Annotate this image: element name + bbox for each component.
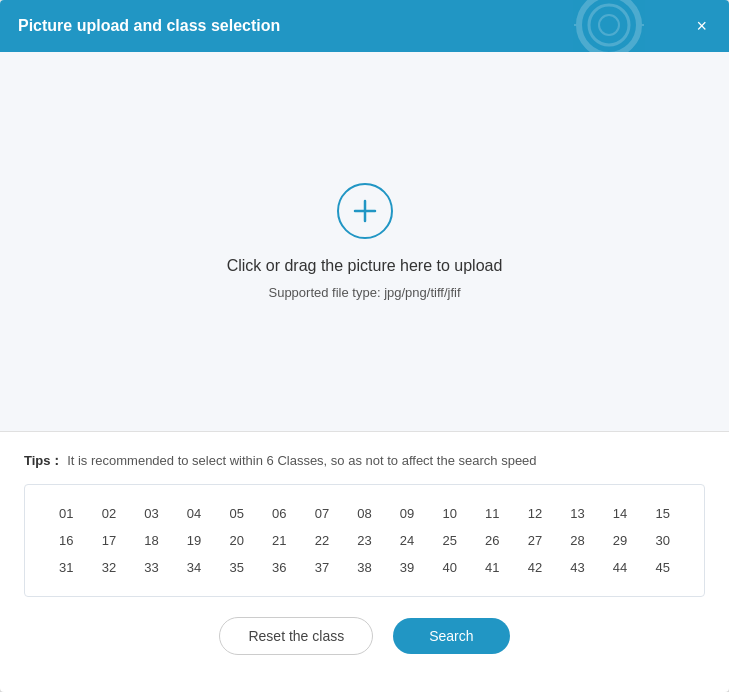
class-item[interactable]: 29: [599, 530, 642, 551]
class-item[interactable]: 42: [514, 557, 557, 578]
class-item[interactable]: 11: [471, 503, 514, 524]
class-item[interactable]: 18: [130, 530, 173, 551]
upload-area[interactable]: Click or drag the picture here to upload…: [0, 52, 729, 432]
svg-point-2: [599, 15, 619, 35]
class-item[interactable]: 28: [556, 530, 599, 551]
class-item[interactable]: 24: [386, 530, 429, 551]
class-item[interactable]: 21: [258, 530, 301, 551]
class-item[interactable]: 20: [215, 530, 258, 551]
modal-footer: Reset the class Search: [24, 613, 705, 655]
class-item[interactable]: 05: [215, 503, 258, 524]
class-item[interactable]: 27: [514, 530, 557, 551]
class-item[interactable]: 38: [343, 557, 386, 578]
class-grid-container: 0102030405060708091011121314151617181920…: [24, 484, 705, 597]
upload-sub-text: Supported file type: jpg/png/tiff/jfif: [268, 285, 460, 300]
class-item[interactable]: 33: [130, 557, 173, 578]
class-item[interactable]: 36: [258, 557, 301, 578]
upload-sub-label: Supported file type:: [268, 285, 380, 300]
class-grid: 0102030405060708091011121314151617181920…: [45, 503, 684, 578]
close-button[interactable]: ×: [692, 15, 711, 37]
tips-label: Tips：: [24, 453, 64, 468]
reset-class-button[interactable]: Reset the class: [219, 617, 373, 655]
class-item[interactable]: 26: [471, 530, 514, 551]
class-item[interactable]: 30: [641, 530, 684, 551]
class-item[interactable]: 07: [301, 503, 344, 524]
modal-title: Picture upload and class selection: [18, 17, 280, 35]
modal: Picture upload and class selection × Cli…: [0, 0, 729, 692]
search-button[interactable]: Search: [393, 618, 509, 654]
class-item[interactable]: 06: [258, 503, 301, 524]
upload-main-text: Click or drag the picture here to upload: [227, 257, 503, 275]
class-item[interactable]: 13: [556, 503, 599, 524]
class-item[interactable]: 32: [88, 557, 131, 578]
class-item[interactable]: 45: [641, 557, 684, 578]
upload-sub-value: jpg/png/tiff/jfif: [384, 285, 460, 300]
class-item[interactable]: 04: [173, 503, 216, 524]
svg-point-1: [589, 5, 629, 45]
class-item[interactable]: 25: [428, 530, 471, 551]
class-item[interactable]: 19: [173, 530, 216, 551]
class-item[interactable]: 31: [45, 557, 88, 578]
tips-row: Tips： It is recommended to select within…: [24, 452, 705, 470]
class-item[interactable]: 39: [386, 557, 429, 578]
class-item[interactable]: 15: [641, 503, 684, 524]
class-item[interactable]: 40: [428, 557, 471, 578]
class-item[interactable]: 09: [386, 503, 429, 524]
class-item[interactable]: 37: [301, 557, 344, 578]
class-item[interactable]: 14: [599, 503, 642, 524]
upload-icon-button[interactable]: [337, 183, 393, 239]
class-item[interactable]: 16: [45, 530, 88, 551]
class-item[interactable]: 08: [343, 503, 386, 524]
class-item[interactable]: 35: [215, 557, 258, 578]
class-item[interactable]: 10: [428, 503, 471, 524]
svg-point-0: [579, 0, 639, 52]
class-item[interactable]: 01: [45, 503, 88, 524]
class-item[interactable]: 22: [301, 530, 344, 551]
class-item[interactable]: 03: [130, 503, 173, 524]
class-item[interactable]: 23: [343, 530, 386, 551]
class-item[interactable]: 43: [556, 557, 599, 578]
class-item[interactable]: 17: [88, 530, 131, 551]
plus-icon: [351, 197, 379, 225]
class-item[interactable]: 02: [88, 503, 131, 524]
tips-text: It is recommended to select within 6 Cla…: [67, 453, 536, 468]
class-item[interactable]: 44: [599, 557, 642, 578]
class-item[interactable]: 34: [173, 557, 216, 578]
modal-bottom: Tips： It is recommended to select within…: [0, 432, 729, 692]
class-item[interactable]: 12: [514, 503, 557, 524]
class-item[interactable]: 41: [471, 557, 514, 578]
modal-header: Picture upload and class selection ×: [0, 0, 729, 52]
